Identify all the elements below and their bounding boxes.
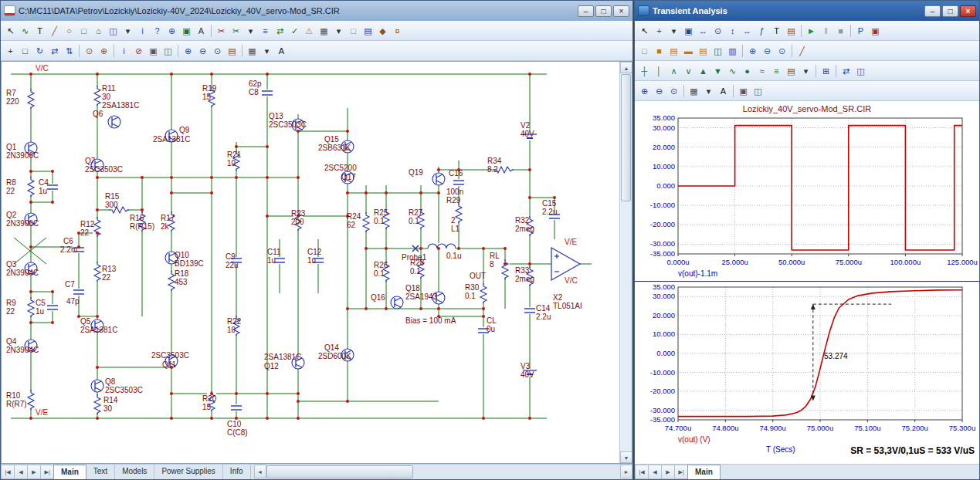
performance-tag-tool-icon[interactable]: ƒ <box>754 24 769 38</box>
minimize-button[interactable]: – <box>578 5 594 17</box>
first-page-button[interactable]: |◀ <box>635 465 648 479</box>
scale-mode-tool-icon[interactable]: ↔ <box>696 24 710 38</box>
plot-properties-button-icon[interactable]: ▤ <box>666 44 681 58</box>
select-tool-icon[interactable]: ↖ <box>637 24 652 38</box>
restore-button[interactable]: □ <box>942 5 958 17</box>
rect-mode-icon[interactable]: □ <box>76 24 91 38</box>
properties-button-icon[interactable]: ▤ <box>784 24 799 38</box>
copy-tool-icon[interactable]: ▣ <box>736 84 751 98</box>
scroll-down-button[interactable]: ▼ <box>620 451 632 463</box>
minimize-button[interactable]: – <box>924 5 941 17</box>
mode-dropdown-icon[interactable]: ▾ <box>120 24 135 38</box>
next-page-button[interactable]: ▶ <box>661 465 674 479</box>
horizontal-scroll-thumb[interactable] <box>266 465 413 478</box>
find-next-tool-icon[interactable]: ⊕ <box>97 44 111 58</box>
add-plot-button-icon[interactable]: □ <box>637 44 652 58</box>
info-probe-tool-icon[interactable]: i <box>117 44 131 58</box>
flag-mode-icon[interactable]: ⌂ <box>91 24 106 38</box>
tab-text[interactable]: Text <box>86 465 115 479</box>
high-tag-tool-icon[interactable]: ▲ <box>696 64 710 78</box>
first-page-button[interactable]: |◀ <box>1 465 14 479</box>
font-tool-icon[interactable]: A <box>274 44 289 58</box>
round-tag-tool-icon[interactable]: ● <box>740 64 754 78</box>
find-tool-icon[interactable]: ⊙ <box>82 44 97 58</box>
split-horizontal-button-icon[interactable]: ◫ <box>710 44 725 58</box>
new-page-button-icon[interactable]: □ <box>346 24 361 38</box>
attribute-text-toggle-icon[interactable]: A <box>194 24 209 38</box>
zoom-fit-button-icon[interactable]: ⊕ <box>745 44 760 58</box>
check-tool-icon[interactable]: ✓ <box>287 24 302 38</box>
region-enable-mode-icon[interactable]: ▣ <box>179 24 194 38</box>
peak-tag-tool-icon[interactable]: ∧ <box>666 64 681 78</box>
scroll-left-button[interactable]: ◄ <box>254 465 266 478</box>
font-tool-icon[interactable]: A <box>716 84 731 98</box>
plot2-expression[interactable]: v(out) (V) <box>678 435 710 444</box>
zoom-in-tool-icon[interactable]: ⊕ <box>637 84 652 98</box>
calculator-tool-icon[interactable]: ⊞ <box>819 64 833 78</box>
point-tag-tool-icon[interactable]: ⊙ <box>710 24 725 38</box>
schematic-canvas[interactable]: V/CR7220Q12N3906CR822C41uQ22N3906CQ32N39… <box>1 61 632 464</box>
vertical-scroll-thumb[interactable] <box>621 74 631 201</box>
copy-tool-icon[interactable]: ▣ <box>146 44 161 58</box>
grid-toggle-icon[interactable]: ▦ <box>317 24 331 38</box>
wire-mode-icon[interactable]: ∿ <box>18 24 32 38</box>
zoom-out-tool-icon[interactable]: ⊖ <box>652 84 666 98</box>
bus-mode-icon[interactable]: ≡ <box>258 24 273 38</box>
grid-options-dropdown-icon[interactable]: ▾ <box>259 44 274 58</box>
stop-button-icon[interactable]: ■ <box>833 24 848 38</box>
close-button[interactable]: × <box>613 5 629 17</box>
zoom-area-tool-icon[interactable]: ⊙ <box>210 44 225 58</box>
grid-dropdown-icon[interactable]: ▾ <box>331 24 346 38</box>
zoom-window-tool-icon[interactable]: ▣ <box>681 24 696 38</box>
envelope-tool-icon[interactable]: ≈ <box>754 64 769 78</box>
valley-tag-tool-icon[interactable]: ∨ <box>681 64 696 78</box>
tab-main[interactable]: Main <box>687 465 721 479</box>
thumbnail-tool-icon[interactable]: ◫ <box>853 64 868 78</box>
zoom-area-tool-icon[interactable]: ⊙ <box>666 84 681 98</box>
clip-copy-tool-icon[interactable]: ✂ <box>229 24 243 38</box>
flip-y-tool-icon[interactable]: ⇅ <box>62 44 76 58</box>
plot-area[interactable]: Lozickiy_40V_servo-Mod_SR.CIR 0.000u25.0… <box>635 101 979 464</box>
pages-dropdown-icon[interactable]: ▾ <box>799 64 813 78</box>
trace-v-out-1-1m[interactable] <box>678 126 962 250</box>
help-button-icon[interactable]: ? <box>150 24 164 38</box>
zoom-out-tool-icon[interactable]: ⊖ <box>195 44 210 58</box>
plot2-chart[interactable]: 74.700u74.800u74.900u75.000u75.100u75.20… <box>635 282 979 435</box>
ellipse-mode-icon[interactable]: ○ <box>62 24 76 38</box>
last-page-button[interactable]: ▶| <box>40 465 53 479</box>
image-export-tool-icon[interactable]: ▤ <box>225 44 239 58</box>
zoom-in-tool-icon[interactable]: ⊕ <box>181 44 195 58</box>
pan-tool-icon[interactable]: + <box>3 44 18 58</box>
text-mode-icon[interactable]: T <box>32 24 47 38</box>
info-button-icon[interactable]: i <box>135 24 150 38</box>
pages-tool-icon[interactable]: ▤ <box>784 64 799 78</box>
schematic-titlebar[interactable]: C:\MC11\DATA\Petrov\Lozickiy\Lozickiy-40… <box>1 1 632 21</box>
cursor-left-tool-icon[interactable]: ┼ <box>637 64 652 78</box>
cursor-right-tool-icon[interactable]: │ <box>652 64 666 78</box>
cursor-mode-tool-icon[interactable]: + <box>652 24 666 38</box>
cursor-dropdown-icon[interactable]: ▾ <box>666 24 681 38</box>
schematic-vertical-scrollbar[interactable]: ▲ ▼ <box>619 62 632 463</box>
zoom-auto-button-icon[interactable]: ⊖ <box>760 44 775 58</box>
plot1-chart[interactable]: 0.000u25.000u50.000u75.000u100.000u125.0… <box>635 115 979 269</box>
tab-main[interactable]: Main <box>53 465 86 479</box>
previous-page-button[interactable]: ◀ <box>648 465 661 479</box>
close-button[interactable]: × <box>960 5 976 17</box>
low-tag-tool-icon[interactable]: ▼ <box>710 64 725 78</box>
pin-connect-tool-icon[interactable]: ◆ <box>375 24 390 38</box>
text-mode-icon[interactable]: T <box>769 24 784 38</box>
analysis-horizontal-scrollbar[interactable] <box>724 465 979 479</box>
grid-tool-icon[interactable]: ▦ <box>687 84 701 98</box>
run-button-icon[interactable]: ► <box>804 24 819 38</box>
inflection-tag-tool-icon[interactable]: ∿ <box>725 64 740 78</box>
last-page-button[interactable]: ▶| <box>674 465 687 479</box>
page-list-button-icon[interactable]: ▤ <box>361 24 375 38</box>
grid-dropdown-icon[interactable]: ▾ <box>701 84 716 98</box>
select-dropdown-icon[interactable]: ▾ <box>243 24 258 38</box>
schematic-horizontal-scrollbar[interactable]: ◄ ► <box>254 465 632 479</box>
clip-cut-tool-icon[interactable]: ✂ <box>214 24 229 38</box>
cross-probe-tool-icon[interactable]: ⇄ <box>273 24 287 38</box>
scroll-track[interactable] <box>724 465 979 479</box>
edit-waveform-button-icon[interactable]: ╱ <box>795 44 809 58</box>
rotate-tool-icon[interactable]: ↻ <box>32 44 47 58</box>
